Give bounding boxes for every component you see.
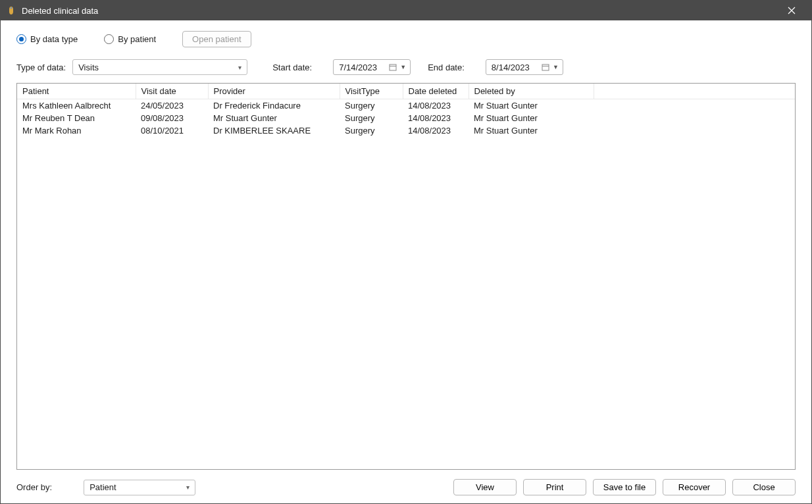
start-date-picker[interactable]: 7/14/2023 ▼ bbox=[333, 59, 411, 75]
cell-deleted-by: Mr Stuart Gunter bbox=[469, 99, 594, 113]
mode-row: By data type By patient Open patient bbox=[16, 31, 796, 47]
svg-rect-3 bbox=[390, 64, 396, 70]
table-row[interactable]: Mr Reuben T Dean09/08/2023Mr Stuart Gunt… bbox=[17, 112, 795, 124]
close-button[interactable]: Close bbox=[732, 479, 796, 495]
calendar-icon bbox=[388, 62, 398, 72]
view-button[interactable]: View bbox=[453, 479, 517, 495]
date-value: 7/14/2023 bbox=[339, 63, 388, 72]
svg-rect-5 bbox=[542, 64, 549, 70]
table-row[interactable]: Mr Mark Rohan08/10/2021Dr KIMBERLEE SKAA… bbox=[17, 124, 795, 137]
print-button[interactable]: Print bbox=[523, 479, 586, 495]
radio-by-patient[interactable]: By patient bbox=[104, 34, 156, 44]
table-row[interactable]: Mrs Kathleen Aalbrecht24/05/2023Dr Frede… bbox=[17, 99, 795, 113]
cell-date-deleted: 14/08/2023 bbox=[403, 124, 469, 137]
cell-deleted-by: Mr Stuart Gunter bbox=[469, 112, 594, 124]
start-date-label: Start date: bbox=[272, 63, 312, 72]
order-by-dropdown[interactable]: Patient ▾ bbox=[84, 480, 195, 495]
order-by-label: Order by: bbox=[16, 482, 52, 492]
window: Deleted clinical data By data type By pa… bbox=[0, 0, 812, 504]
filter-row: Type of data: Visits ▾ Start date: 7/14/… bbox=[16, 59, 796, 75]
cell-patient: Mr Mark Rohan bbox=[17, 124, 136, 137]
cell-provider: Mr Stuart Gunter bbox=[208, 112, 340, 124]
cell-filler bbox=[594, 124, 795, 137]
col-date-deleted[interactable]: Date deleted bbox=[403, 84, 469, 99]
cell-provider: Dr KIMBERLEE SKAARE bbox=[208, 124, 340, 137]
svg-point-0 bbox=[11, 7, 12, 9]
cell-deleted-by: Mr Stuart Gunter bbox=[469, 124, 594, 137]
col-deleted-by[interactable]: Deleted by bbox=[469, 84, 594, 99]
mode-radio-group: By data type By patient bbox=[16, 34, 156, 44]
cell-date-deleted: 14/08/2023 bbox=[403, 99, 469, 113]
window-close-button[interactable] bbox=[777, 1, 806, 20]
save-to-file-button[interactable]: Save to file bbox=[593, 479, 656, 495]
radio-icon bbox=[16, 34, 26, 44]
dropdown-value: Visits bbox=[78, 63, 238, 72]
type-of-data-dropdown[interactable]: Visits ▾ bbox=[72, 59, 247, 75]
cell-filler bbox=[594, 112, 795, 124]
cell-patient: Mrs Kathleen Aalbrecht bbox=[17, 99, 136, 113]
end-date-label: End date: bbox=[428, 63, 465, 72]
chevron-down-icon: ▾ bbox=[186, 484, 190, 491]
table-header-row: Patient Visit date Provider VisitType Da… bbox=[17, 84, 795, 99]
cell-date-deleted: 14/08/2023 bbox=[403, 112, 469, 124]
data-table: Patient Visit date Provider VisitType Da… bbox=[17, 84, 795, 137]
chevron-down-icon: ▾ bbox=[238, 64, 241, 71]
cell-patient: Mr Reuben T Dean bbox=[17, 112, 136, 124]
type-of-data-label: Type of data: bbox=[16, 63, 66, 72]
col-visit-type[interactable]: VisitType bbox=[340, 84, 403, 99]
col-filler bbox=[594, 84, 795, 99]
radio-by-data-type[interactable]: By data type bbox=[16, 34, 78, 44]
cell-visit-type: Surgery bbox=[340, 124, 403, 137]
cell-provider: Dr Frederick Findacure bbox=[208, 99, 340, 113]
col-provider[interactable]: Provider bbox=[208, 84, 340, 99]
calendar-icon bbox=[540, 62, 551, 72]
chevron-down-icon: ▼ bbox=[553, 64, 559, 70]
radio-icon bbox=[104, 34, 114, 44]
chevron-down-icon: ▼ bbox=[400, 64, 406, 70]
window-title: Deleted clinical data bbox=[22, 6, 777, 16]
col-visit-date[interactable]: Visit date bbox=[136, 84, 208, 99]
cell-visit-type: Surgery bbox=[340, 99, 403, 113]
radio-label: By data type bbox=[30, 34, 78, 44]
titlebar: Deleted clinical data bbox=[1, 1, 811, 20]
cell-visit-date: 24/05/2023 bbox=[136, 99, 208, 113]
content-area: By data type By patient Open patient Typ… bbox=[1, 20, 811, 503]
date-value: 8/14/2023 bbox=[492, 63, 540, 72]
cell-visit-type: Surgery bbox=[340, 112, 403, 124]
radio-label: By patient bbox=[118, 34, 156, 44]
col-patient[interactable]: Patient bbox=[17, 84, 136, 99]
open-patient-button: Open patient bbox=[182, 31, 251, 47]
recover-button[interactable]: Recover bbox=[663, 479, 726, 495]
bottom-row: Order by: Patient ▾ View Print Save to f… bbox=[16, 479, 796, 495]
cell-visit-date: 09/08/2023 bbox=[136, 112, 208, 124]
end-date-picker[interactable]: 8/14/2023 ▼ bbox=[486, 59, 563, 75]
cell-visit-date: 08/10/2021 bbox=[136, 124, 208, 137]
cell-filler bbox=[594, 99, 795, 113]
data-table-container: Patient Visit date Provider VisitType Da… bbox=[16, 83, 796, 470]
dropdown-value: Patient bbox=[89, 482, 186, 492]
app-icon bbox=[6, 5, 16, 16]
